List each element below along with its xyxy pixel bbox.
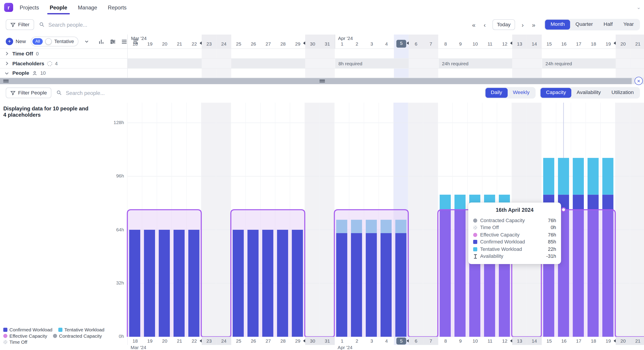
scrollbar-thumb[interactable] <box>0 78 632 84</box>
zoom-half-button[interactable]: Half <box>598 20 618 30</box>
filter-button[interactable]: Filter <box>6 19 34 30</box>
day-cell-15[interactable]: 15 <box>542 34 556 48</box>
weekly-button[interactable]: Weekly <box>508 88 535 98</box>
collapse-weekend-icon[interactable] <box>200 339 202 342</box>
collapse-weekend-icon[interactable] <box>510 339 512 342</box>
day-cell-25[interactable]: 25 <box>231 34 246 48</box>
day-cell-1[interactable]: 1 <box>335 337 350 345</box>
chevron-down-icon[interactable] <box>4 70 10 76</box>
day-cell-9[interactable]: 9 <box>453 337 468 345</box>
day-cell-20[interactable]: 20 <box>616 337 630 345</box>
capacity-button[interactable]: Capacity <box>540 88 571 98</box>
day-cell-4[interactable]: 4 <box>379 337 394 345</box>
collapse-weekend-icon[interactable] <box>303 339 305 342</box>
day-cell-20[interactable]: 20 <box>616 34 630 48</box>
jump-last-button[interactable]: » <box>530 21 537 28</box>
day-cell-25[interactable]: 25 <box>231 337 246 345</box>
utilization-button[interactable]: Utilization <box>606 88 639 98</box>
toggle-knob[interactable] <box>45 38 52 45</box>
nav-manage[interactable]: Manage <box>78 4 97 10</box>
day-cell-17[interactable]: 17 <box>571 337 586 345</box>
day-cell-11[interactable]: 11 <box>483 337 498 345</box>
collapse-weekend-icon[interactable] <box>303 42 305 45</box>
day-cell-26[interactable]: 26 <box>246 34 261 48</box>
x-axis[interactable]: 1819202122232425262728293031123456789101… <box>127 337 644 345</box>
day-cell-26[interactable]: 26 <box>246 337 261 345</box>
drag-handle-icon[interactable] <box>3 80 9 82</box>
day-cell-6[interactable]: 6 <box>408 337 424 345</box>
split-divider[interactable]: ✕ <box>0 78 644 84</box>
list-view-icon[interactable] <box>120 38 128 45</box>
day-cell-31[interactable]: 31 <box>320 34 335 48</box>
collapse-weekend-icon[interactable] <box>406 42 408 45</box>
all-chip[interactable]: All <box>32 38 43 45</box>
day-cell-2[interactable]: 2 <box>350 337 364 345</box>
new-button[interactable]: + New <box>6 38 26 45</box>
search-people-input[interactable] <box>48 21 117 28</box>
day-cell-19[interactable]: 19 <box>142 337 157 345</box>
jump-prev-button[interactable]: ‹ <box>482 21 488 28</box>
panel-search-input[interactable] <box>65 89 135 96</box>
chart-view-icon[interactable] <box>98 38 105 45</box>
time-off-row-timeline[interactable] <box>127 49 644 58</box>
day-cell-15[interactable]: 15 <box>542 337 556 345</box>
day-cell-27[interactable]: 27 <box>261 337 276 345</box>
jump-first-button[interactable]: « <box>470 21 477 28</box>
day-cell-7[interactable]: 7 <box>424 337 438 345</box>
zoom-quarter-button[interactable]: Quarter <box>570 20 598 30</box>
day-cell-10[interactable]: 10 <box>468 34 483 48</box>
day-cell-21[interactable]: 21 <box>630 337 644 345</box>
day-cell-30[interactable]: 30 <box>305 34 320 48</box>
zoom-year-button[interactable]: Year <box>618 20 639 30</box>
day-cell-21[interactable]: 21 <box>630 34 644 48</box>
jump-next-button[interactable]: › <box>520 21 525 28</box>
day-cell-17[interactable]: 17 <box>571 34 586 48</box>
placeholders-row-timeline[interactable]: 8h required24h required24h required <box>127 59 644 68</box>
day-cell-27[interactable]: 27 <box>261 34 276 48</box>
day-cell-21[interactable]: 21 <box>172 337 187 345</box>
day-cell-23[interactable]: 23 <box>202 34 216 48</box>
people-row-timeline[interactable] <box>127 69 644 78</box>
day-cell-11[interactable]: 11 <box>483 34 498 48</box>
day-cell-16[interactable]: 16 <box>556 34 571 48</box>
day-cell-18[interactable]: 18 <box>128 337 142 345</box>
placeholders-row-header[interactable]: Placeholders 4 <box>0 59 127 68</box>
collapse-weekend-icon[interactable] <box>614 339 616 342</box>
tentative-toggle[interactable]: All Tentative <box>31 36 78 46</box>
day-cell-21[interactable]: 21 <box>172 34 187 48</box>
filter-people-button[interactable]: Filter People <box>6 88 52 98</box>
day-cell-13[interactable]: 13 <box>512 337 527 345</box>
day-cell-6[interactable]: 6 <box>408 34 424 48</box>
day-cell-20[interactable]: 20 <box>157 34 172 48</box>
day-cell-4[interactable]: 4 <box>379 34 394 48</box>
search-people-box[interactable] <box>39 21 117 28</box>
nav-collapse-icon[interactable]: ⌄ <box>636 4 641 10</box>
app-logo[interactable]: r <box>4 3 13 12</box>
collapse-weekend-icon[interactable] <box>510 42 512 45</box>
chevron-right-icon[interactable] <box>4 61 10 66</box>
day-cell-24[interactable]: 24 <box>216 337 231 345</box>
nav-reports[interactable]: Reports <box>108 4 126 10</box>
people-row-header[interactable]: People 10 <box>0 69 127 78</box>
day-cell-14[interactable]: 14 <box>527 337 542 345</box>
day-cell-13[interactable]: 13 <box>512 34 527 48</box>
chevron-right-icon[interactable] <box>4 51 10 56</box>
nav-projects[interactable]: Projects <box>20 4 39 10</box>
collapse-weekend-icon[interactable] <box>614 42 616 45</box>
drag-handle-icon[interactable] <box>320 80 325 82</box>
close-panel-button[interactable]: ✕ <box>634 77 643 85</box>
today-button[interactable]: Today <box>492 19 515 30</box>
day-cell-9[interactable]: 9 <box>453 34 468 48</box>
collapse-weekend-icon[interactable] <box>200 42 202 45</box>
day-cell-23[interactable]: 23 <box>202 337 216 345</box>
day-cell-18[interactable]: 18 <box>586 337 601 345</box>
toggle-dropdown-icon[interactable] <box>84 38 90 45</box>
collapse-weekend-icon[interactable] <box>406 339 408 342</box>
day-cell-31[interactable]: 31 <box>320 337 335 345</box>
day-cell-24[interactable]: 24 <box>216 34 231 48</box>
panel-search-box[interactable] <box>56 89 135 96</box>
day-cell-3[interactable]: 3 <box>364 34 379 48</box>
day-cell-7[interactable]: 7 <box>424 34 438 48</box>
day-cell-28[interactable]: 28 <box>276 337 290 345</box>
day-cell-28[interactable]: 28 <box>276 34 290 48</box>
